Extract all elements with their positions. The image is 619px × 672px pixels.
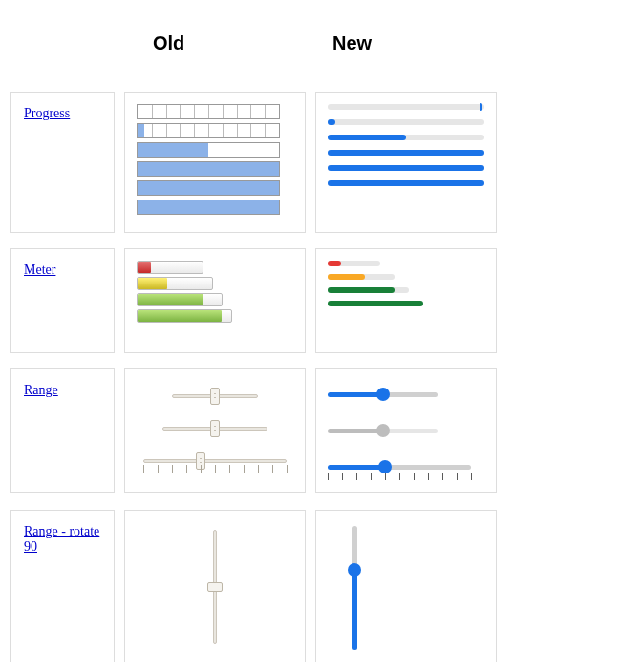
slider-thumb-icon[interactable] [210, 388, 220, 405]
new-progress-bar [328, 150, 484, 156]
old-meter-bar [137, 309, 232, 323]
range-rotate-old-cell [124, 510, 306, 662]
progress-fill [138, 181, 279, 195]
new-range-slider [328, 417, 438, 446]
new-progress-bar [328, 135, 484, 140]
slider-thumb-icon[interactable] [348, 563, 361, 577]
old-progress-bar [137, 123, 280, 138]
slider-thumb-icon[interactable] [207, 582, 223, 592]
progress-fill [328, 150, 484, 156]
comparison-page: Old New Progress Meter Range [0, 0, 619, 672]
new-meter-bar [328, 301, 423, 306]
meter-fill [138, 278, 167, 289]
old-progress-group [137, 104, 280, 215]
progress-fill [328, 135, 406, 140]
meter-fill [328, 261, 341, 266]
new-progress-bar [328, 104, 484, 110]
old-range-slider[interactable] [162, 413, 267, 442]
meter-fill [138, 310, 222, 322]
row-progress: Progress [10, 92, 619, 233]
row-label-cell: Progress [10, 92, 115, 233]
meter-link[interactable]: Meter [24, 262, 55, 277]
meter-fill [138, 262, 151, 273]
progress-fill [328, 119, 335, 125]
old-progress-bar [137, 104, 280, 119]
new-progress-group [328, 104, 484, 186]
slider-thumb-icon [376, 424, 390, 437]
range-rotate-link[interactable]: Range - rotate 90 [24, 524, 99, 554]
range-link[interactable]: Range [24, 383, 58, 397]
old-meter-bar [137, 277, 213, 290]
new-progress-bar [328, 165, 484, 171]
progress-fill [138, 162, 279, 176]
meter-fill [138, 294, 203, 305]
row-range-rotate: Range - rotate 90 [10, 510, 619, 662]
row-meter: Meter [10, 248, 619, 353]
new-meter-bar [328, 287, 409, 293]
header-new: New [332, 32, 372, 54]
row-label-cell: Meter [10, 248, 115, 353]
range-rotate-new-cell [315, 510, 497, 662]
slider-thumb-icon[interactable] [376, 388, 390, 401]
slider-thumb-icon[interactable] [210, 420, 220, 437]
new-range-slider[interactable] [328, 453, 471, 482]
progress-fill [138, 143, 208, 157]
meter-fill [328, 274, 365, 280]
new-meter-group [328, 261, 484, 306]
new-progress-bar [328, 119, 484, 125]
old-vertical-range[interactable] [205, 530, 224, 644]
slider-thumb-icon[interactable] [378, 460, 392, 473]
old-range-group [137, 381, 293, 474]
progress-fill [138, 124, 144, 137]
old-progress-bar [137, 161, 280, 177]
old-meter-bar [137, 261, 203, 274]
progress-fill [328, 165, 484, 171]
range-new-cell [315, 368, 497, 493]
progress-link[interactable]: Progress [24, 106, 70, 120]
old-range-slider[interactable] [143, 446, 287, 474]
slider-track [328, 465, 471, 470]
row-label-cell: Range - rotate 90 [10, 510, 115, 662]
old-meter-bar [137, 293, 223, 306]
old-progress-bar [137, 200, 280, 215]
row-range: Range [10, 368, 619, 493]
new-range-slider[interactable] [328, 381, 438, 410]
meter-new-cell [315, 248, 497, 353]
new-vertical-range[interactable] [345, 526, 364, 650]
meter-fill [328, 287, 395, 293]
old-meter-group [137, 261, 293, 323]
new-range-group [328, 381, 484, 482]
new-meter-bar [328, 274, 395, 280]
progress-fill [138, 200, 279, 214]
slider-track [143, 459, 287, 463]
meter-fill [328, 301, 423, 306]
new-vertical-fill [352, 570, 357, 651]
old-progress-bar [137, 142, 280, 158]
range-old-cell [124, 368, 306, 493]
old-range-slider[interactable] [172, 381, 258, 410]
meter-old-cell [124, 248, 306, 353]
old-progress-bar [137, 180, 280, 196]
row-label-cell: Range [10, 368, 115, 493]
progress-old-cell [124, 92, 306, 233]
progress-new-cell [315, 92, 497, 233]
header-old: Old [153, 32, 184, 54]
new-progress-bar [328, 180, 484, 186]
new-meter-bar [328, 261, 380, 266]
progress-fill [328, 180, 484, 186]
